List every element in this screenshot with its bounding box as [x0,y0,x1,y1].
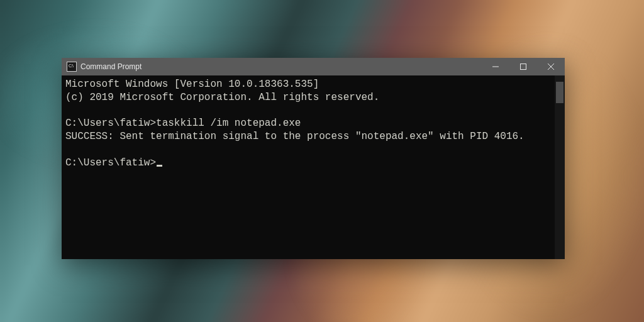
terminal-body: Microsoft Windows [Version 10.0.18363.53… [62,75,565,259]
output-line: SUCCESS: Sent termination signal to the … [65,130,551,143]
window-title: Command Prompt [80,62,142,71]
svg-rect-0 [521,64,526,70]
text-cursor [157,165,162,167]
copyright-line: (c) 2019 Microsoft Corporation. All righ… [65,91,551,104]
current-prompt-line: C:\Users\fatiw> [65,157,551,170]
command-line: C:\Users\fatiw>taskkill /im notepad.exe [65,117,551,130]
maximize-icon [520,64,526,70]
vertical-scrollbar[interactable] [555,75,565,259]
blank-line [65,104,551,118]
header-line: Microsoft Windows [Version 10.0.18363.53… [65,78,551,91]
prompt: C:\Users\fatiw> [65,157,156,169]
minimize-button[interactable] [482,58,509,75]
close-button[interactable] [537,58,565,75]
terminal-output[interactable]: Microsoft Windows [Version 10.0.18363.53… [62,75,555,259]
typed-command: taskkill /im notepad.exe [156,118,301,129]
command-prompt-window: C:\ Command Prompt Microsoft Windows [Ve… [62,58,565,259]
prompt: C:\Users\fatiw> [65,118,156,129]
titlebar[interactable]: C:\ Command Prompt [62,58,565,75]
cmd-icon: C:\ [67,62,77,72]
close-icon [548,64,554,70]
scrollbar-thumb[interactable] [556,82,564,103]
blank-line [65,143,551,157]
maximize-button[interactable] [509,58,537,75]
minimize-icon [492,64,499,70]
